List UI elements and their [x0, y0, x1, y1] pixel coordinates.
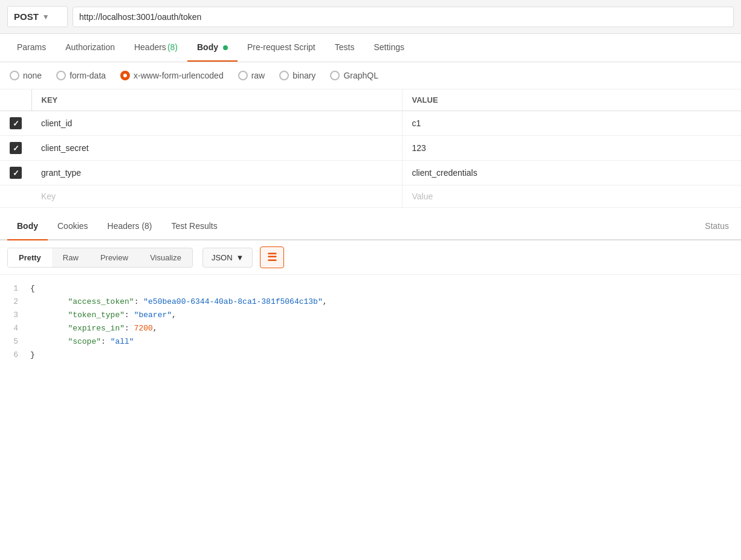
tab-tests[interactable]: Tests [325, 34, 364, 62]
col-header-key: KEY [31, 89, 402, 111]
method-label: POST [14, 11, 39, 22]
row2-key-cell[interactable]: client_secret [31, 136, 402, 161]
tab-authorization[interactable]: Authorization [56, 34, 125, 62]
radio-raw-circle [238, 71, 248, 80]
row3-key-cell[interactable]: grant_type [31, 161, 402, 185]
headers-badge: (8) [167, 42, 178, 52]
table-row: ✓ client_id c1 [0, 111, 741, 136]
empty-key-cell[interactable]: Key [31, 185, 402, 208]
tab-params[interactable]: Params [7, 34, 56, 62]
response-toolbar: Pretty Raw Preview Visualize JSON ▼ ☰ [0, 240, 741, 275]
table-row: ✓ client_secret 123 [0, 136, 741, 161]
code-line-6: 6 } [0, 349, 741, 362]
format-tab-preview[interactable]: Preview [89, 248, 139, 267]
radio-binary-circle [279, 71, 289, 80]
tab-body[interactable]: Body [187, 34, 238, 62]
radio-urlencoded[interactable]: x-www-form-urlencoded [120, 71, 224, 80]
format-tab-raw[interactable]: Raw [52, 248, 89, 267]
row3-value-cell[interactable]: client_credentials [402, 161, 741, 185]
table-row: ✓ grant_type client_credentials [0, 161, 741, 185]
radio-graphql-circle [330, 71, 340, 80]
radio-form-data-circle [56, 71, 66, 80]
json-format-dropdown[interactable]: JSON ▼ [202, 248, 253, 268]
format-tab-visualize[interactable]: Visualize [139, 248, 192, 267]
body-active-dot [223, 45, 228, 50]
url-bar: POST ▼ [0, 0, 741, 34]
radio-none[interactable]: none [10, 71, 42, 80]
response-tabs: Body Cookies Headers (8) Test Results St… [0, 213, 741, 240]
code-line-2: 2 "access_token": "e50bea00-6344-40ab-8c… [0, 295, 741, 309]
code-viewer: 1 { 2 "access_token": "e50bea00-6344-40a… [0, 275, 741, 370]
radio-none-circle [10, 71, 19, 80]
radio-binary[interactable]: binary [279, 71, 315, 80]
method-selector[interactable]: POST ▼ [7, 6, 68, 27]
row1-checkbox-cell[interactable]: ✓ [0, 111, 31, 136]
tab-settings[interactable]: Settings [364, 34, 414, 62]
row2-checkbox[interactable]: ✓ [10, 142, 22, 154]
code-line-3: 3 "token_type": "bearer", [0, 309, 741, 322]
tab-pre-request[interactable]: Pre-request Script [238, 34, 325, 62]
resp-tab-test-results[interactable]: Test Results [162, 213, 227, 240]
radio-urlencoded-circle [120, 71, 130, 80]
wrap-icon: ☰ [267, 251, 277, 264]
row2-checkbox-cell[interactable]: ✓ [0, 136, 31, 161]
wrap-button[interactable]: ☰ [260, 246, 284, 268]
radio-form-data[interactable]: form-data [56, 71, 106, 80]
code-line-4: 4 "expires_in": 7200, [0, 322, 741, 335]
code-line-1: 1 { [0, 282, 741, 295]
method-chevron-icon: ▼ [42, 13, 50, 21]
radio-graphql[interactable]: GraphQL [330, 71, 378, 80]
row3-checkbox-cell[interactable]: ✓ [0, 161, 31, 185]
tab-headers[interactable]: Headers(8) [125, 34, 187, 62]
body-type-row: none form-data x-www-form-urlencoded raw… [0, 62, 741, 89]
request-tabs: Params Authorization Headers(8) Body Pre… [0, 34, 741, 62]
resp-tab-body[interactable]: Body [7, 213, 48, 240]
row3-checkbox[interactable]: ✓ [10, 167, 22, 179]
empty-value-cell[interactable]: Value [402, 185, 741, 208]
params-table: KEY VALUE ✓ client_id c1 ✓ [0, 89, 741, 208]
row2-value-cell[interactable]: 123 [402, 136, 741, 161]
url-input[interactable] [73, 7, 734, 27]
row1-key-cell[interactable]: client_id [31, 111, 402, 136]
row1-checkbox[interactable]: ✓ [10, 117, 22, 129]
table-row-empty: Key Value [0, 185, 741, 208]
resp-tab-cookies[interactable]: Cookies [48, 213, 98, 240]
row1-value-cell[interactable]: c1 [402, 111, 741, 136]
radio-raw[interactable]: raw [238, 71, 265, 80]
format-tabs: Pretty Raw Preview Visualize [7, 248, 193, 268]
json-dropdown-icon: ▼ [236, 253, 244, 262]
format-tab-pretty[interactable]: Pretty [8, 248, 52, 267]
resp-status: Status [705, 221, 734, 231]
resp-tab-headers[interactable]: Headers (8) [98, 213, 162, 240]
col-header-value: VALUE [402, 89, 741, 111]
col-header-checkbox [0, 89, 31, 111]
code-line-5: 5 "scope": "all" [0, 335, 741, 349]
